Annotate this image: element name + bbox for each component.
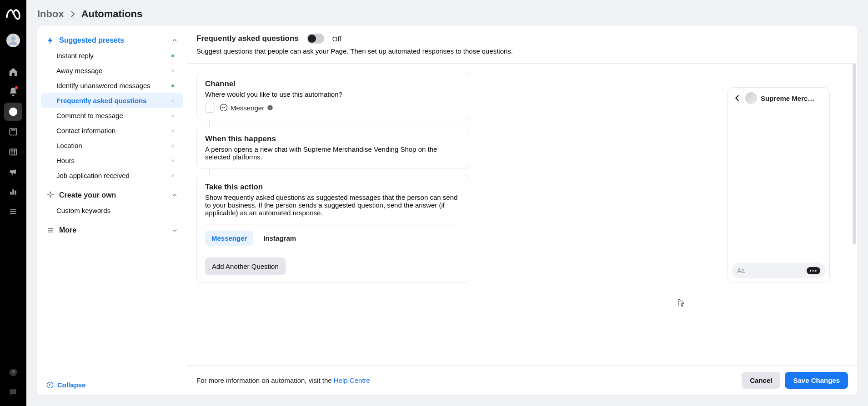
nav-menu[interactable] [4, 203, 22, 221]
preset-custom-keywords[interactable]: Custom keywords [41, 203, 183, 218]
flow-connector-icon [209, 120, 210, 127]
nav-help[interactable]: ? [4, 363, 22, 381]
svg-text:!: ! [13, 389, 14, 394]
toggle-knob-icon [308, 35, 316, 43]
action-desc: Show frequently asked questions as sugge… [205, 193, 461, 217]
help-centre-link[interactable]: Help Centre [334, 376, 370, 384]
collapse-button[interactable]: Collapse [37, 375, 187, 395]
svg-point-20 [47, 382, 53, 388]
preset-label: Hours [56, 157, 75, 164]
status-dot-icon [171, 84, 174, 87]
info-icon[interactable]: i [267, 104, 273, 111]
chevron-up-icon [171, 37, 178, 44]
channel-desc: Where would you like to use this automat… [205, 90, 461, 98]
nav-home[interactable] [4, 63, 22, 81]
nav-calendar[interactable] [4, 143, 22, 161]
action-title: Take this action [205, 183, 461, 192]
footer-info-text: For more information on automation, visi… [196, 376, 334, 384]
status-dot-icon [171, 159, 174, 162]
preset-label: Contact information [56, 127, 115, 134]
content-body: Channel Where would you like to use this… [187, 64, 857, 365]
back-arrow-icon[interactable] [733, 94, 742, 102]
nav-notifications[interactable] [4, 83, 22, 101]
save-button[interactable]: Save Changes [785, 372, 848, 389]
svg-rect-10 [15, 191, 16, 195]
suggested-presets-header[interactable]: Suggested presets [37, 33, 187, 48]
notification-dot-icon [15, 86, 18, 89]
chat-icon [8, 107, 18, 117]
nav-insights[interactable] [4, 183, 22, 201]
faq-toggle[interactable] [307, 34, 324, 44]
tab-instagram[interactable]: Instagram [257, 231, 302, 246]
preset-label: Job application received [56, 172, 130, 179]
channel-title: Channel [205, 79, 461, 89]
preset-label: Custom keywords [56, 207, 110, 214]
posts-icon [9, 127, 18, 136]
trigger-desc: A person opens a new chat with Supreme M… [205, 145, 461, 161]
trigger-title: When this happens [205, 134, 461, 144]
nav-feedback[interactable]: ! [4, 383, 22, 401]
chevron-down-icon [171, 227, 178, 233]
preview-page-name: Supreme Merc… [761, 94, 814, 102]
nav-inbox[interactable] [4, 103, 22, 121]
preset-hours[interactable]: Hours [41, 153, 183, 168]
preset-identify-unanswered[interactable]: Identify unanswered messages [41, 78, 183, 93]
chevron-up-icon [171, 192, 178, 198]
tab-messenger[interactable]: Messenger [205, 231, 253, 246]
mouse-cursor-icon [678, 298, 685, 309]
list-icon [46, 226, 55, 234]
meta-logo-icon [5, 6, 21, 23]
nav-ads[interactable] [4, 163, 22, 181]
messenger-label-text: Messenger [231, 104, 264, 112]
sparkle-icon [46, 191, 55, 199]
preset-faq[interactable]: Frequently asked questions [41, 93, 183, 108]
more-header[interactable]: More [37, 223, 187, 238]
preset-location[interactable]: Location [41, 138, 183, 153]
add-question-button[interactable]: Add Another Question [205, 257, 286, 275]
preview-placeholder: Aa [737, 267, 745, 274]
preset-instant-reply[interactable]: Instant reply [41, 48, 183, 63]
scrollbar[interactable] [853, 64, 856, 244]
breadcrumb-inbox[interactable]: Inbox [37, 8, 64, 20]
content-panel: Frequently asked questions Off Suggest q… [187, 26, 857, 395]
trigger-block: When this happens A person opens a new c… [196, 127, 469, 168]
channel-block: Channel Where would you like to use this… [196, 72, 469, 120]
svg-text:?: ? [12, 369, 15, 375]
help-icon: ? [9, 368, 18, 377]
breadcrumb-automations: Automations [81, 8, 142, 20]
create-your-own-header[interactable]: Create your own [37, 188, 187, 203]
lightning-icon [46, 36, 55, 45]
preview-avatar-icon [745, 92, 757, 104]
nav-posts[interactable] [4, 123, 22, 141]
meta-logo[interactable] [4, 5, 22, 24]
megaphone-icon [9, 167, 18, 176]
svg-point-0 [11, 36, 15, 41]
flow-connector-icon [209, 168, 210, 175]
preset-away-message[interactable]: Away message [41, 63, 183, 78]
home-icon [8, 67, 18, 77]
feedback-icon: ! [9, 388, 18, 397]
status-dot-icon [171, 144, 174, 147]
breadcrumb: Inbox Automations [26, 0, 868, 26]
preset-job-application[interactable]: Job application received [41, 168, 183, 183]
preview-input: Aa ••• [732, 263, 826, 278]
status-dot-icon [171, 69, 174, 72]
profile-avatar[interactable] [6, 34, 20, 47]
preset-comment-to-message[interactable]: Comment to message [41, 108, 183, 123]
preset-label: Comment to message [56, 112, 123, 119]
preset-label: Identify unanswered messages [56, 82, 151, 89]
messenger-checkbox[interactable] [205, 103, 215, 113]
cancel-button[interactable]: Cancel [742, 372, 780, 389]
status-dot-icon [171, 99, 174, 102]
toggle-state-label: Off [332, 35, 341, 43]
messenger-channel-label: Messenger i [220, 104, 273, 112]
menu-icon [9, 207, 18, 216]
footer-info: For more information on automation, visi… [196, 376, 370, 384]
content-header: Frequently asked questions Off Suggest q… [187, 26, 857, 64]
preset-label: Away message [56, 67, 102, 74]
preset-contact-info[interactable]: Contact information [41, 123, 183, 138]
page-description: Suggest questions that people can ask yo… [196, 47, 848, 55]
svg-rect-3 [11, 129, 15, 131]
preview-more-icon: ••• [807, 267, 820, 274]
preset-label: Frequently asked questions [56, 97, 146, 104]
